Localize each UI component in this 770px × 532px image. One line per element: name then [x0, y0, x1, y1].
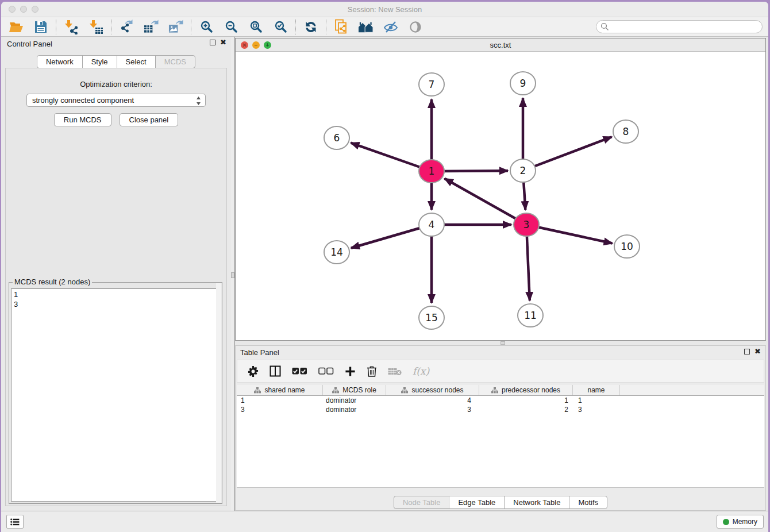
- result-scrollbar[interactable]: [216, 283, 221, 503]
- memory-status-dot: [723, 519, 729, 525]
- statusbar: Memory: [1, 511, 768, 532]
- table-panel: Table Panel ✖: [235, 345, 766, 511]
- horizontal-splitter[interactable]: [235, 341, 766, 345]
- graph-node-label-15: 15: [425, 312, 438, 323]
- zoom-in-icon[interactable]: [199, 20, 214, 34]
- control-panel-header: Control Panel ✖: [1, 37, 231, 52]
- control-panel-tabs: Network Style Select MCDS: [1, 55, 231, 68]
- column-header-successor-nodes[interactable]: successor nodes: [386, 385, 479, 395]
- delete-table-disabled-icon: [388, 367, 402, 376]
- float-panel-icon[interactable]: [744, 349, 750, 354]
- close-panel-icon[interactable]: ✖: [754, 349, 761, 354]
- mcds-result-text[interactable]: 1 3: [11, 288, 220, 502]
- graph-node-label-1: 1: [429, 165, 435, 177]
- function-builder-icon: f(x): [413, 365, 429, 377]
- table-row[interactable]: 3 dominator 3 2 3: [237, 405, 764, 414]
- window-title: Session: New Session: [1, 5, 768, 14]
- zoom-fit-icon[interactable]: [248, 20, 263, 34]
- delete-column-trash-icon[interactable]: [367, 365, 377, 377]
- refresh-icon[interactable]: [303, 20, 318, 34]
- export-table-icon[interactable]: [144, 20, 159, 34]
- export-image-icon[interactable]: [168, 20, 183, 34]
- memory-button[interactable]: Memory: [717, 515, 764, 529]
- splitter-handle[interactable]: [500, 341, 505, 345]
- graph-node-label-7: 7: [429, 79, 435, 90]
- table-header-row: shared name MCDS role successor nodes pr…: [237, 385, 764, 396]
- table-toolbar: f(x): [237, 360, 764, 383]
- tab-select[interactable]: Select: [117, 55, 156, 68]
- titlebar: Session: New Session: [1, 2, 768, 17]
- mcds-result-box: MCDS result (2 nodes) 1 3: [9, 282, 222, 504]
- import-table-icon[interactable]: [88, 20, 103, 34]
- control-panel: Control Panel ✖ Network Style Select MCD…: [1, 37, 231, 511]
- list-icon: [10, 518, 20, 526]
- network-overview-houses-icon[interactable]: [359, 20, 374, 34]
- edge-3-10[interactable]: [526, 225, 613, 243]
- export-network-icon[interactable]: [119, 20, 134, 34]
- tab-network-table[interactable]: Network Table: [504, 496, 569, 509]
- graph-node-label-14: 14: [330, 246, 343, 258]
- tab-motifs[interactable]: Motifs: [569, 496, 607, 509]
- criterion-value: strongly connected component: [32, 96, 134, 105]
- graph-node-label-3: 3: [523, 219, 530, 230]
- tab-edge-table[interactable]: Edge Table: [449, 496, 505, 509]
- control-panel-title: Control Panel: [7, 40, 52, 48]
- criterion-dropdown[interactable]: strongly connected component: [26, 94, 206, 107]
- duplicate-network-icon[interactable]: [334, 20, 349, 34]
- chevron-up-down-icon: [196, 97, 201, 107]
- vertical-splitter[interactable]: [231, 37, 235, 511]
- mcds-panel: Optimization criterion: strongly connect…: [5, 68, 227, 506]
- zoom-out-icon[interactable]: [224, 20, 238, 34]
- optimization-criterion-label: Optimization criterion:: [6, 80, 226, 88]
- node-table: shared name MCDS role successor nodes pr…: [237, 385, 764, 488]
- network-canvas[interactable]: 7968124314101511: [236, 52, 765, 340]
- zoom-selected-icon[interactable]: [273, 20, 288, 34]
- close-panel-icon[interactable]: ✖: [220, 40, 226, 45]
- tab-node-table[interactable]: Node Table: [394, 496, 450, 509]
- deselect-all-checkboxes-icon[interactable]: [318, 367, 334, 375]
- column-header-predecessor-nodes[interactable]: predecessor nodes: [479, 385, 573, 395]
- app-window: Session: New Session: [1, 2, 768, 532]
- graph-node-label-8: 8: [623, 126, 629, 137]
- save-session-icon[interactable]: [33, 20, 48, 34]
- open-session-icon[interactable]: [9, 20, 24, 34]
- gear-icon[interactable]: [248, 366, 259, 377]
- main-toolbar: [1, 17, 768, 37]
- graph-node-label-11: 11: [524, 310, 537, 321]
- hide-graphics-details-icon[interactable]: [383, 20, 398, 34]
- graph-node-label-6: 6: [334, 132, 340, 144]
- table-panel-tabs: Node Table Edge Table Network Table Moti…: [236, 496, 765, 509]
- show-graphics-details-icon[interactable]: [408, 20, 423, 34]
- network-window-title: scc.txt: [236, 41, 765, 49]
- tab-network[interactable]: Network: [37, 55, 83, 68]
- close-panel-button[interactable]: Close panel: [120, 113, 179, 126]
- add-column-icon[interactable]: [345, 366, 356, 377]
- splitter-handle[interactable]: [231, 272, 234, 278]
- select-all-checkboxes-icon[interactable]: [292, 367, 307, 375]
- edge-2-8[interactable]: [523, 137, 612, 171]
- graph-node-label-10: 10: [621, 241, 633, 252]
- edge-3-1[interactable]: [445, 179, 526, 225]
- import-network-icon[interactable]: [64, 20, 79, 34]
- network-view-window: ✕ − + scc.txt 7968124314101511: [235, 38, 766, 341]
- main-area: Control Panel ✖ Network Style Select MCD…: [1, 37, 768, 511]
- column-header-name[interactable]: name: [573, 385, 620, 395]
- mcds-result-title: MCDS result (2 nodes): [13, 277, 92, 286]
- graph-node-label-4: 4: [429, 219, 435, 230]
- table-panel-title: Table Panel: [240, 348, 279, 357]
- network-window-titlebar: ✕ − + scc.txt: [236, 38, 765, 52]
- search-field-wrap: [596, 20, 763, 33]
- float-panel-icon[interactable]: [210, 40, 215, 45]
- tab-style[interactable]: Style: [82, 55, 117, 68]
- split-columns-icon[interactable]: [270, 365, 281, 377]
- graph-node-label-2: 2: [520, 165, 526, 176]
- tab-mcds[interactable]: MCDS: [155, 55, 195, 68]
- column-header-shared-name[interactable]: shared name: [237, 385, 323, 395]
- graph-node-label-9: 9: [520, 78, 526, 89]
- column-header-mcds-role[interactable]: MCDS role: [323, 385, 386, 395]
- memory-label: Memory: [733, 518, 757, 526]
- run-mcds-button[interactable]: Run MCDS: [54, 113, 111, 126]
- search-input[interactable]: [596, 20, 763, 33]
- table-row[interactable]: 1 dominator 4 1 1: [237, 396, 764, 405]
- task-history-button[interactable]: [6, 515, 24, 529]
